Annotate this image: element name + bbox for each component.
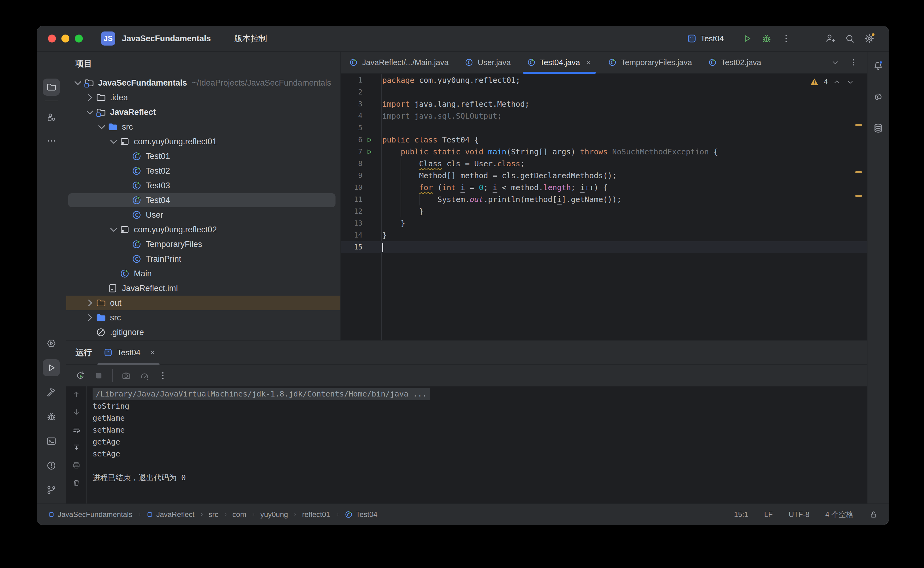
scrollbar-warning-mark[interactable] [855, 124, 862, 126]
editor-tab-temporaryfiles-java[interactable]: CTemporaryFiles.java [600, 52, 700, 73]
scroll-to-end-icon[interactable] [72, 443, 81, 452]
breadcrumb-reflect01[interactable]: reflect01 [302, 510, 330, 519]
tree-row-test03[interactable]: CTest03 [66, 178, 341, 193]
code-line-8[interactable]: 8 Class cls = User.class; [341, 158, 867, 170]
tree-row-javareflect-iml[interactable]: JavaReflect.iml [66, 281, 341, 296]
breadcrumb-src[interactable]: src [209, 510, 219, 519]
breadcrumb-javasecfundamentals[interactable]: JavaSecFundamentals [48, 510, 132, 519]
vcs-menu[interactable]: 版本控制 [234, 33, 277, 44]
code-line-9[interactable]: 9 Method[] method = cls.getDeclaredMetho… [341, 170, 867, 181]
close-icon[interactable] [149, 349, 156, 356]
scrollbar-warning-mark[interactable] [855, 171, 862, 173]
tree-row-user[interactable]: CUser [66, 208, 341, 222]
status-indent-style[interactable]: 4 个空格 [825, 510, 853, 520]
activity-bar-project-button[interactable] [43, 79, 60, 96]
run-configuration-selector[interactable]: Test04 [687, 34, 734, 44]
status-line-separator[interactable]: LF [764, 510, 773, 519]
debug-button[interactable] [760, 32, 773, 45]
stop-button[interactable] [94, 371, 104, 381]
tree-row-trainprint[interactable]: CTrainPrint [66, 252, 341, 266]
code-line-6[interactable]: 6public class Test04 { [341, 134, 867, 146]
settings-button[interactable] [862, 32, 876, 45]
activity-bar-terminal-button[interactable] [43, 432, 60, 450]
activity-bar-problems-button[interactable] [43, 457, 60, 474]
tree-row-test02[interactable]: CTest02 [66, 163, 341, 178]
profiler-button[interactable] [140, 371, 149, 381]
project-panel-header[interactable]: 项目 [66, 52, 341, 76]
activity-bar-more-button[interactable] [43, 132, 60, 150]
activity-bar-services-button[interactable] [43, 335, 60, 352]
code-line-11[interactable]: 11 System.out.println(method[i].getName(… [341, 193, 867, 205]
editor-tab-test02-java[interactable]: CTest02.java [700, 52, 769, 73]
code-with-me-button[interactable] [823, 32, 837, 45]
tree-row-javasecfundamentals[interactable]: JavaSecFundamentals~/IdeaProjects/JavaSe… [66, 76, 341, 90]
code-line-4[interactable]: 4import java.sql.SQLOutput; [341, 110, 867, 122]
console-more-options-button[interactable] [158, 371, 168, 381]
editor-tab-test04-java[interactable]: CTest04.java [519, 52, 600, 73]
run-gutter-icon[interactable] [365, 148, 373, 156]
tree-row-test01[interactable]: CTest01 [66, 149, 341, 163]
activity-bar-run-button[interactable] [43, 359, 60, 376]
tree-row-javareflect[interactable]: JavaReflect [66, 105, 341, 119]
notifications-icon[interactable] [873, 60, 884, 71]
soft-wrap-icon[interactable] [72, 426, 81, 434]
close-window-button[interactable] [48, 35, 56, 42]
tree-row-temporaryfiles[interactable]: CTemporaryFiles [66, 237, 341, 252]
editor-tab-javareflect-main-java[interactable]: CJavaReflect/.../Main.java [341, 52, 457, 73]
project-menu[interactable]: JavaSecFundamentals [122, 34, 221, 44]
scroll-up-icon[interactable] [72, 390, 81, 399]
zoom-window-button[interactable] [75, 35, 83, 42]
console-output[interactable]: /Library/Java/JavaVirtualMachines/jdk-1.… [86, 387, 867, 503]
breadcrumb-javareflect[interactable]: JavaReflect [146, 510, 194, 519]
breadcrumb-com[interactable]: com [232, 510, 246, 519]
tree-row--gitignore[interactable]: .gitignore [66, 325, 341, 340]
scroll-down-icon[interactable] [72, 408, 81, 416]
tree-row-com-yuy0ung-reflect02[interactable]: com.yuy0ung.reflect02 [66, 222, 341, 237]
unlocked-icon[interactable] [869, 510, 878, 519]
tree-row-src[interactable]: src [66, 310, 341, 325]
activity-bar-version-control-button[interactable] [43, 482, 60, 499]
scrollbar-warning-mark[interactable] [855, 195, 862, 197]
code-line-12[interactable]: 12 } [341, 205, 867, 218]
prev-warning-icon[interactable] [833, 78, 841, 86]
activity-bar-build-button[interactable] [43, 384, 60, 401]
search-everywhere-button[interactable] [843, 32, 856, 45]
activity-bar-debug-button[interactable] [43, 408, 60, 425]
code-line-15[interactable]: 15 [341, 241, 867, 253]
breadcrumb-test04[interactable]: CTest04 [344, 510, 378, 519]
code-line-14[interactable]: 14} [341, 229, 867, 241]
clear-all-icon[interactable] [72, 479, 81, 487]
print-icon[interactable] [72, 461, 81, 470]
tab-options-icon[interactable] [849, 58, 858, 66]
code-line-7[interactable]: 7 public static void main(String[] args)… [341, 146, 867, 158]
minimize-window-button[interactable] [62, 35, 69, 42]
status-file-encoding[interactable]: UTF-8 [788, 510, 809, 519]
tree-row-src[interactable]: src [66, 119, 341, 134]
tree-row-main[interactable]: CMain [66, 266, 341, 281]
code-line-5[interactable]: 5 [341, 122, 867, 134]
next-warning-icon[interactable] [846, 78, 855, 86]
status-caret-position[interactable]: 15:1 [734, 510, 748, 519]
tree-row--idea[interactable]: .idea [66, 90, 341, 105]
code-line-1[interactable]: 1package com.yuy0ung.reflect01; [341, 74, 867, 86]
inspections-widget[interactable]: 4 [810, 77, 855, 86]
tree-row-test04[interactable]: CTest04 [66, 193, 341, 208]
code-line-3[interactable]: 3import java.lang.reflect.Method; [341, 98, 867, 110]
breadcrumb-yuy0ung[interactable]: yuy0ung [260, 510, 288, 519]
ai-assistant-icon[interactable] [873, 91, 884, 103]
screenshot-button[interactable] [121, 371, 131, 381]
run-button[interactable] [740, 32, 754, 45]
code-line-13[interactable]: 13 } [341, 218, 867, 229]
run-gutter-icon[interactable] [365, 136, 373, 144]
tree-row-out[interactable]: out [66, 296, 341, 310]
rerun-button[interactable] [75, 371, 85, 381]
code-line-10[interactable]: 10 for (int i = 0; i < method.length; i+… [341, 181, 867, 193]
tree-row-com-yuy0ung-reflect01[interactable]: com.yuy0ung.reflect01 [66, 134, 341, 149]
code-line-2[interactable]: 2 [341, 86, 867, 98]
editor-tab-user-java[interactable]: CUser.java [457, 52, 519, 73]
database-icon[interactable] [873, 122, 884, 134]
code-editor[interactable]: 1package com.yuy0ung.reflect01;23import … [341, 74, 867, 340]
close-icon[interactable] [585, 59, 592, 66]
activity-bar-structure-button[interactable] [43, 109, 60, 126]
more-actions-button[interactable] [779, 32, 793, 45]
